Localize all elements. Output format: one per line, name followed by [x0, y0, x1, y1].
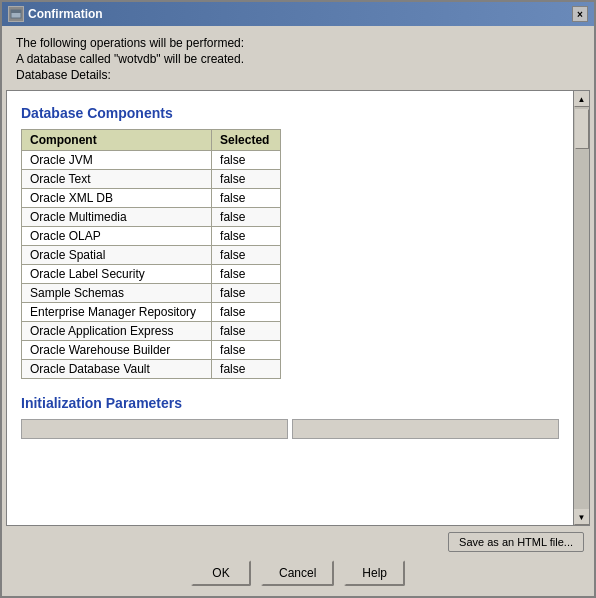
component-cell: Oracle OLAP	[22, 227, 212, 246]
component-cell: Enterprise Manager Repository	[22, 303, 212, 322]
save-button-row: Save as an HTML file...	[12, 532, 584, 552]
component-cell: Oracle Text	[22, 170, 212, 189]
database-components-table: Component Selected Oracle JVMfalseOracle…	[21, 129, 281, 379]
component-cell: Oracle Warehouse Builder	[22, 341, 212, 360]
scroll-up-button[interactable]: ▲	[574, 91, 590, 107]
scroll-thumb[interactable]	[575, 109, 589, 149]
selected-cell: false	[212, 265, 281, 284]
scrollbar[interactable]: ▲ ▼	[573, 91, 589, 525]
component-cell: Oracle XML DB	[22, 189, 212, 208]
window-icon	[8, 6, 24, 22]
selected-cell: false	[212, 151, 281, 170]
svg-rect-1	[11, 10, 21, 13]
table-row: Oracle Application Expressfalse	[22, 322, 281, 341]
close-button[interactable]: ×	[572, 6, 588, 22]
selected-cell: false	[212, 170, 281, 189]
title-bar: Confirmation ×	[2, 2, 594, 26]
selected-cell: false	[212, 189, 281, 208]
selected-cell: false	[212, 246, 281, 265]
scroll-content[interactable]: Database Components Component Selected O…	[7, 91, 573, 525]
col-header-component: Component	[22, 130, 212, 151]
selected-cell: false	[212, 284, 281, 303]
table-row: Enterprise Manager Repositoryfalse	[22, 303, 281, 322]
table-row: Oracle Textfalse	[22, 170, 281, 189]
table-row: Oracle Label Securityfalse	[22, 265, 281, 284]
component-cell: Oracle Spatial	[22, 246, 212, 265]
scroll-container: Database Components Component Selected O…	[6, 90, 590, 526]
table-row: Oracle OLAPfalse	[22, 227, 281, 246]
bottom-area: Save as an HTML file... OK Cancel Help	[2, 526, 594, 596]
component-cell: Oracle Application Express	[22, 322, 212, 341]
table-row: Oracle Multimediafalse	[22, 208, 281, 227]
info-area: The following operations will be perform…	[2, 26, 594, 90]
scroll-down-button[interactable]: ▼	[574, 509, 590, 525]
component-cell: Sample Schemas	[22, 284, 212, 303]
component-cell: Oracle Multimedia	[22, 208, 212, 227]
table-row: Sample Schemasfalse	[22, 284, 281, 303]
database-section-title: Database Components	[21, 105, 559, 121]
init-placeholder	[21, 419, 559, 439]
table-row: Oracle Database Vaultfalse	[22, 360, 281, 379]
selected-cell: false	[212, 360, 281, 379]
window-title: Confirmation	[28, 7, 103, 21]
init-box-2	[292, 419, 559, 439]
selected-cell: false	[212, 227, 281, 246]
help-button[interactable]: Help	[344, 560, 405, 586]
action-buttons: OK Cancel Help	[12, 560, 584, 586]
info-line2: A database called "wotvdb" will be creat…	[16, 52, 580, 66]
component-cell: Oracle Label Security	[22, 265, 212, 284]
confirmation-dialog: Confirmation × The following operations …	[0, 0, 596, 598]
selected-cell: false	[212, 341, 281, 360]
ok-button[interactable]: OK	[191, 560, 251, 586]
table-row: Oracle JVMfalse	[22, 151, 281, 170]
table-row: Oracle Warehouse Builderfalse	[22, 341, 281, 360]
scroll-track[interactable]	[574, 107, 589, 509]
selected-cell: false	[212, 322, 281, 341]
table-row: Oracle XML DBfalse	[22, 189, 281, 208]
selected-cell: false	[212, 208, 281, 227]
info-line1: The following operations will be perform…	[16, 36, 580, 50]
info-line3: Database Details:	[16, 68, 580, 82]
table-row: Oracle Spatialfalse	[22, 246, 281, 265]
component-cell: Oracle JVM	[22, 151, 212, 170]
save-html-button[interactable]: Save as an HTML file...	[448, 532, 584, 552]
window-body: The following operations will be perform…	[2, 26, 594, 596]
selected-cell: false	[212, 303, 281, 322]
col-header-selected: Selected	[212, 130, 281, 151]
component-cell: Oracle Database Vault	[22, 360, 212, 379]
init-section-title: Initialization Parameters	[21, 395, 559, 411]
init-box-1	[21, 419, 288, 439]
cancel-button[interactable]: Cancel	[261, 560, 334, 586]
title-bar-left: Confirmation	[8, 6, 103, 22]
